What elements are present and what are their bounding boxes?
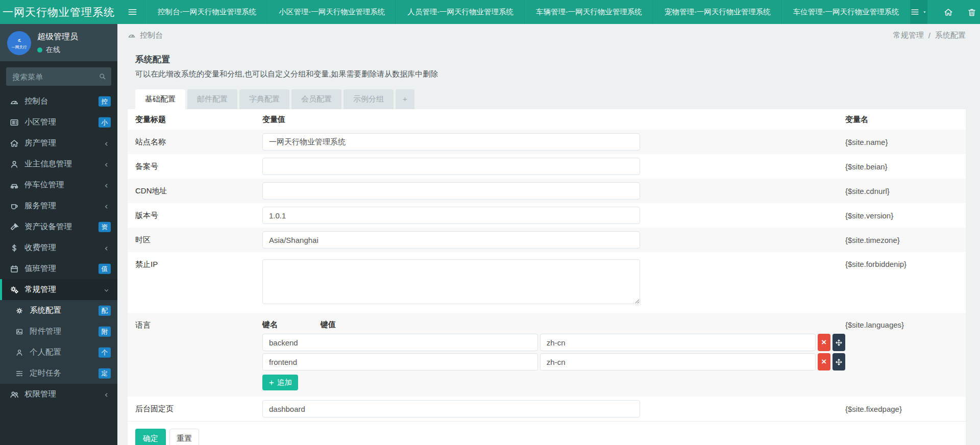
table-row: 语言 键名 键值 ×: [128, 313, 966, 397]
tab-parking[interactable]: 车位管理-一网天行物业管理系统: [782, 0, 911, 24]
language-row: ×: [262, 334, 845, 351]
sidebar-item-general[interactable]: 常规管理: [0, 279, 117, 300]
clear-cache-button[interactable]: [960, 0, 980, 24]
add-group-tab[interactable]: +: [396, 89, 414, 109]
x-icon: ×: [821, 357, 826, 367]
tab-dictionary-config[interactable]: 字典配置: [239, 89, 289, 109]
drag-row-button[interactable]: [832, 334, 845, 351]
value-header: 键值: [321, 320, 336, 330]
chevron-left-icon: [103, 139, 110, 147]
table-header: 变量标题 变量值 变量名: [128, 109, 966, 130]
breadcrumb-separator: /: [928, 31, 930, 40]
lang-value-input[interactable]: [540, 334, 816, 351]
timezone-input[interactable]: [262, 231, 640, 249]
col-header-value: 变量值: [262, 115, 845, 125]
sidebar-menu: 控制台 控 小区管理 小 房产管理 业主信息管理 停车位管理: [0, 91, 117, 405]
sidebar-item-service[interactable]: 服务管理: [0, 195, 117, 216]
general-submenu: 系统配置 配 附件管理 附 个人配置 个 定时任务 定: [0, 300, 117, 384]
beian-input[interactable]: [262, 158, 640, 175]
sidebar-user-panel: 一网天行 超级管理员 在线: [0, 24, 117, 61]
user-icon: [8, 160, 20, 169]
sidebar-toggle-button[interactable]: [117, 0, 146, 24]
sidebar-item-parking-space[interactable]: 停车位管理: [0, 175, 117, 195]
tab-community[interactable]: 小区管理-一网天行物业管理系统: [267, 0, 396, 24]
lang-key-input[interactable]: [262, 334, 538, 351]
tachometer-icon: [8, 97, 20, 106]
tab-member-config[interactable]: 会员配置: [291, 89, 341, 109]
menu-badge: 个: [99, 347, 111, 358]
menu-search-input[interactable]: [6, 67, 111, 86]
image-icon: [13, 328, 26, 336]
table-row: 站点名称 {$site.name}: [128, 130, 966, 154]
tabs-list-dropdown[interactable]: [911, 0, 927, 24]
calendar-icon: [8, 264, 20, 274]
language-row: ×: [262, 353, 845, 370]
search-icon: [99, 72, 106, 80]
plus-icon: [268, 380, 275, 386]
lang-value-input[interactable]: [540, 353, 816, 370]
home-button[interactable]: [937, 0, 960, 24]
var-name: {$site.cdnurl}: [845, 187, 958, 195]
menu-search: [6, 67, 111, 86]
app-title: 一网天行物业管理系统: [3, 5, 115, 19]
tab-pet[interactable]: 宠物管理-一网天行物业管理系统: [653, 0, 782, 24]
cdnurl-input[interactable]: [262, 182, 640, 200]
var-name: {$site.fixedpage}: [845, 405, 958, 413]
sidebar-item-fees[interactable]: 收费管理: [0, 237, 117, 258]
tab-example-group[interactable]: 示例分组: [344, 89, 394, 109]
tab-vehicle[interactable]: 车辆管理-一网天行物业管理系统: [525, 0, 653, 24]
sidebar-item-attachments[interactable]: 附件管理 附: [0, 321, 117, 342]
chevron-left-icon: [103, 243, 110, 252]
app-logo[interactable]: 一网天行物业管理系统: [0, 0, 117, 24]
lang-key-input[interactable]: [262, 353, 538, 370]
sidebar-item-owner-info[interactable]: 业主信息管理: [0, 154, 117, 175]
remove-row-button[interactable]: ×: [818, 334, 830, 351]
var-name: {$site.version}: [845, 211, 958, 220]
caret-down-icon: [922, 9, 927, 15]
tab-personnel[interactable]: 人员管理-一网天行物业管理系统: [396, 0, 525, 24]
submit-button[interactable]: 确定: [135, 429, 166, 445]
hamburger-icon: [128, 7, 137, 17]
online-dot: [37, 47, 42, 53]
menu-badge: 定: [99, 368, 111, 379]
sidebar-item-crontab[interactable]: 定时任务 定: [0, 363, 117, 384]
x-icon: ×: [821, 337, 826, 348]
sidebar-item-auth[interactable]: 权限管理: [0, 384, 117, 405]
panel-body: 变量标题 变量值 变量名 站点名称 {$site.name} 备案号 {$sit…: [128, 109, 966, 445]
languages-editor: 键名 键值 ×: [262, 313, 845, 397]
sidebar-item-community[interactable]: 小区管理 小: [0, 112, 117, 133]
sidebar-item-profile[interactable]: 个人配置 个: [0, 342, 117, 363]
fixedpage-input[interactable]: [262, 400, 640, 417]
var-name: {$site.timezone}: [845, 236, 958, 244]
col-header-title: 变量标题: [135, 115, 262, 125]
tab-console[interactable]: 控制台-一网天行物业管理系统: [146, 0, 267, 24]
sidebar-item-assets[interactable]: 资产设备管理 资: [0, 216, 117, 237]
key-header: 键名: [262, 320, 321, 330]
gavel-icon: [8, 222, 20, 232]
remove-row-button[interactable]: ×: [818, 353, 830, 370]
tab-mail-config[interactable]: 邮件配置: [187, 89, 237, 109]
menu-badge: 配: [99, 305, 111, 316]
sidebar-item-system-config[interactable]: 系统配置 配: [0, 300, 117, 321]
table-row: CDN地址 {$site.cdnurl}: [128, 179, 966, 203]
breadcrumb-left[interactable]: 控制台: [128, 31, 163, 40]
sidebar-item-property[interactable]: 房产管理: [0, 133, 117, 154]
table-row: 备案号 {$site.beian}: [128, 154, 966, 179]
topbar-tabs: 控制台-一网天行物业管理系统 小区管理-一网天行物业管理系统 人员管理-一网天行…: [146, 0, 911, 24]
site-name-input[interactable]: [262, 133, 640, 151]
tachometer-icon: [128, 31, 136, 39]
sidebar-avatar[interactable]: 一网天行: [7, 31, 31, 55]
drag-row-button[interactable]: [832, 353, 845, 370]
tab-basic-config[interactable]: 基础配置: [135, 89, 185, 109]
chevron-left-icon: [103, 202, 110, 210]
sidebar-item-dashboard[interactable]: 控制台 控: [0, 91, 117, 112]
reset-button[interactable]: 重置: [169, 429, 199, 445]
version-input[interactable]: [262, 207, 640, 224]
forbiddenip-textarea[interactable]: [262, 259, 640, 304]
breadcrumb-parent[interactable]: 常规管理: [893, 31, 924, 40]
chevron-down-icon: [103, 285, 110, 294]
home-icon: [8, 139, 20, 148]
sidebar-item-duty[interactable]: 值班管理 值: [0, 258, 117, 279]
app-root: 一网天行物业管理系统 控制台-一网天行物业管理系统 小区管理-一网天行物业管理系…: [0, 0, 980, 445]
append-button[interactable]: 追加: [262, 375, 298, 390]
